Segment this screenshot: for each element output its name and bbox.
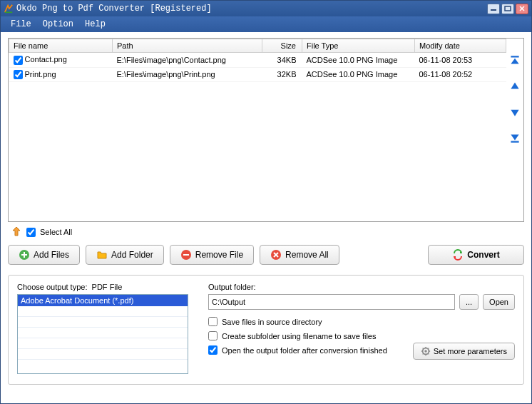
output-panel: Choose output type: PDF File Adobe Acrob… xyxy=(8,275,524,385)
remove-file-button[interactable]: Remove File xyxy=(170,245,254,265)
maximize-button[interactable] xyxy=(501,4,514,14)
output-type-item[interactable]: Adobe Acrobat Document (*.pdf) xyxy=(18,295,188,306)
table-row[interactable]: Contact.pngE:\Files\image\png\Contact.pn… xyxy=(9,53,506,68)
titlebar: Okdo Png to Pdf Converter [Registered] xyxy=(1,1,531,16)
select-all-label: Select All xyxy=(40,228,72,236)
convert-icon xyxy=(452,249,464,261)
svg-rect-0 xyxy=(491,9,496,11)
save-source-checkbox[interactable] xyxy=(208,317,218,326)
svg-point-9 xyxy=(424,350,427,353)
file-grid: File name Path Size File Type Modify dat… xyxy=(8,38,524,222)
output-folder-label: Output folder: xyxy=(208,283,515,291)
col-filetype[interactable]: File Type xyxy=(302,39,415,53)
col-filename[interactable]: File name xyxy=(9,39,113,53)
reorder-controls xyxy=(506,39,523,221)
output-folder-input[interactable] xyxy=(208,294,455,310)
svg-rect-3 xyxy=(511,141,518,143)
move-bottom-button[interactable] xyxy=(508,131,521,144)
move-down-button[interactable] xyxy=(508,106,521,118)
move-up-button[interactable] xyxy=(508,80,521,93)
set-more-parameters-button[interactable]: Set more parameters xyxy=(413,343,515,360)
browse-button[interactable]: ... xyxy=(459,294,479,310)
menu-option[interactable]: Option xyxy=(37,18,79,31)
action-button-row: Add Files Add Folder Remove File Remove … xyxy=(8,245,524,265)
menu-file[interactable]: File xyxy=(5,18,37,31)
table-row[interactable]: Print.pngE:\Files\image\png\Print.png32K… xyxy=(9,67,506,82)
col-size[interactable]: Size xyxy=(262,39,302,53)
folder-icon xyxy=(96,249,108,261)
col-modify[interactable]: Modify date xyxy=(415,39,506,53)
open-after-checkbox[interactable] xyxy=(208,345,218,355)
minimize-button[interactable] xyxy=(487,4,500,14)
col-path[interactable]: Path xyxy=(113,39,262,53)
plus-icon xyxy=(19,249,30,261)
up-level-icon[interactable] xyxy=(11,226,22,238)
close-button[interactable] xyxy=(516,4,528,14)
app-icon xyxy=(4,4,14,14)
create-subfolder-checkbox[interactable] xyxy=(208,331,218,340)
remove-all-button[interactable]: Remove All xyxy=(260,245,339,265)
create-subfolder-label: Create subfolder using filename to save … xyxy=(222,332,376,340)
convert-button[interactable]: Convert xyxy=(428,245,524,265)
row-checkbox[interactable] xyxy=(14,56,23,65)
gear-icon xyxy=(421,346,431,356)
save-source-label: Save files in source directory xyxy=(222,318,322,326)
svg-rect-2 xyxy=(511,56,518,57)
select-all-checkbox[interactable] xyxy=(26,228,36,237)
open-after-label: Open the output folder after conversion … xyxy=(222,346,387,355)
move-top-button[interactable] xyxy=(508,54,521,67)
remove-all-icon xyxy=(270,249,282,261)
choose-output-type-label: Choose output type: PDF File xyxy=(17,283,188,291)
window-title: Okdo Png to Pdf Converter [Registered] xyxy=(16,4,487,14)
row-checkbox[interactable] xyxy=(14,70,23,79)
select-all-row: Select All xyxy=(8,222,524,245)
minus-icon xyxy=(180,249,192,261)
add-files-button[interactable]: Add Files xyxy=(8,245,80,265)
menubar: File Option Help xyxy=(1,16,531,32)
menu-help[interactable]: Help xyxy=(79,18,111,31)
grid-header-row: File name Path Size File Type Modify dat… xyxy=(9,39,506,53)
add-folder-button[interactable]: Add Folder xyxy=(86,245,164,265)
output-type-list[interactable]: Adobe Acrobat Document (*.pdf) xyxy=(17,294,188,374)
open-folder-button[interactable]: Open xyxy=(483,294,515,310)
svg-rect-6 xyxy=(183,254,189,256)
svg-rect-1 xyxy=(505,6,511,11)
